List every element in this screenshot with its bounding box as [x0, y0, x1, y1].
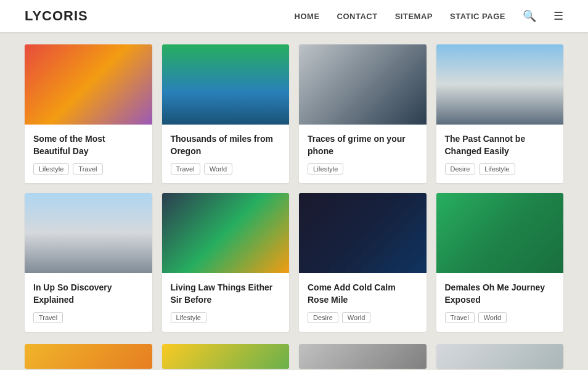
card-image [25, 44, 152, 125]
card-demales-journey: Demales Oh Me Journey Exposed Travel Wor… [436, 193, 564, 332]
card-tags: Travel [33, 312, 144, 323]
logo: LYCORIS [25, 8, 88, 24]
search-icon[interactable]: 🔍 [523, 9, 536, 23]
card-body: In Up So Discovery Explained Travel [25, 273, 152, 332]
card-title: The Past Cannot be Changed Easily [445, 133, 555, 157]
card-image [299, 193, 427, 273]
tag-travel[interactable]: Travel [33, 312, 63, 323]
bottom-card-4 [436, 344, 564, 369]
card-grid: Some of the Most Beautiful Day Lifestyle… [0, 32, 588, 344]
tag-world[interactable]: World [478, 312, 507, 323]
nav: HOME CONTACT SITEMAP STATIC PAGE 🔍 ☰ [295, 9, 563, 23]
card-body: Come Add Cold Calm Rose Mile Desire Worl… [299, 273, 427, 332]
tag-desire[interactable]: Desire [308, 312, 338, 323]
card-tags: Desire World [308, 312, 418, 323]
card-title: Come Add Cold Calm Rose Mile [308, 282, 418, 306]
card-image [436, 44, 564, 125]
tag-world[interactable]: World [204, 163, 233, 175]
card-title: Demales Oh Me Journey Exposed [445, 282, 555, 306]
tag-travel[interactable]: Travel [445, 312, 475, 323]
tag-lifestyle[interactable]: Lifestyle [308, 163, 343, 175]
nav-home[interactable]: HOME [295, 12, 320, 21]
tag-lifestyle[interactable]: Lifestyle [33, 163, 69, 175]
tag-lifestyle[interactable]: Lifestyle [479, 163, 515, 175]
card-title: Traces of grime on your phone [308, 133, 418, 157]
menu-icon[interactable]: ☰ [553, 9, 563, 23]
card-living-law-things: Living Law Things Either Sir Before Life… [162, 193, 290, 332]
card-tags: Lifestyle Travel [33, 163, 144, 175]
card-tags: Travel World [171, 163, 281, 175]
bottom-card-1 [25, 344, 152, 369]
nav-static-page[interactable]: STATIC PAGE [450, 12, 505, 21]
card-thousands-of-miles: Thousands of miles from Oregon Travel Wo… [162, 44, 290, 183]
tag-world[interactable]: World [342, 312, 371, 323]
card-image [299, 344, 427, 369]
card-tags: Travel World [445, 312, 555, 323]
card-tags: Lifestyle [171, 312, 281, 323]
header: LYCORIS HOME CONTACT SITEMAP STATIC PAGE… [0, 0, 588, 32]
card-title: Living Law Things Either Sir Before [171, 282, 281, 306]
nav-contact[interactable]: CONTACT [337, 12, 378, 21]
card-title: In Up So Discovery Explained [33, 282, 144, 306]
card-body: Some of the Most Beautiful Day Lifestyle… [25, 125, 152, 183]
card-grid-bottom [0, 344, 588, 370]
card-discovery-explained: In Up So Discovery Explained Travel [25, 193, 152, 332]
card-image [436, 344, 564, 369]
nav-sitemap[interactable]: SITEMAP [395, 12, 433, 21]
card-traces-of-grime: Traces of grime on your phone Lifestyle [299, 44, 427, 183]
card-image [25, 344, 152, 369]
card-title: Thousands of miles from Oregon [171, 133, 281, 157]
card-image [162, 344, 290, 369]
card-past-cannot-be-changed: The Past Cannot be Changed Easily Desire… [436, 44, 564, 183]
card-body: Traces of grime on your phone Lifestyle [299, 125, 427, 183]
tag-travel[interactable]: Travel [171, 163, 200, 175]
card-tags: Lifestyle [308, 163, 418, 175]
card-image [162, 193, 290, 273]
card-body: The Past Cannot be Changed Easily Desire… [436, 125, 564, 183]
card-body: Living Law Things Either Sir Before Life… [162, 273, 290, 332]
card-some-beautiful-day: Some of the Most Beautiful Day Lifestyle… [25, 44, 152, 183]
card-body: Demales Oh Me Journey Exposed Travel Wor… [436, 273, 564, 332]
card-come-add-cold-calm: Come Add Cold Calm Rose Mile Desire Worl… [299, 193, 427, 332]
tag-lifestyle[interactable]: Lifestyle [171, 312, 206, 323]
bottom-card-3 [299, 344, 427, 369]
bottom-card-2 [162, 344, 290, 369]
card-tags: Desire Lifestyle [445, 163, 555, 175]
card-image [299, 44, 427, 125]
tag-travel[interactable]: Travel [73, 163, 102, 175]
card-image [25, 193, 152, 273]
card-image [436, 193, 564, 273]
card-title: Some of the Most Beautiful Day [33, 133, 144, 157]
tag-desire[interactable]: Desire [445, 163, 476, 175]
card-body: Thousands of miles from Oregon Travel Wo… [162, 125, 290, 183]
card-image [162, 44, 290, 125]
